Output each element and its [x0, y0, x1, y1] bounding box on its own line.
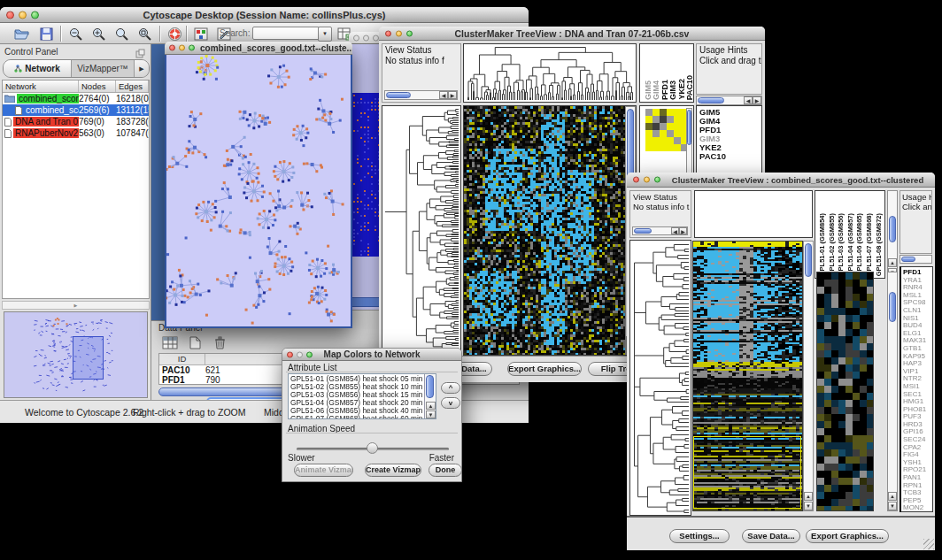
tv2-global-heatmap-canvas[interactable]	[693, 242, 802, 510]
minimize-button[interactable]	[363, 35, 369, 41]
column-label[interactable]: GPL51-03 (GSM856)	[837, 213, 845, 276]
network-table-header-cell[interactable]: Edges	[116, 81, 149, 92]
export-graphics-button[interactable]: Export Graphics...	[507, 362, 582, 376]
minimize-button[interactable]	[644, 177, 650, 183]
tv2-zoom-vscrollbar[interactable]: ▲ ▼	[887, 272, 898, 511]
tv1-similarity-matrix[interactable]	[645, 109, 688, 151]
scrollbar-thumb[interactable]	[889, 216, 896, 242]
network-view-canvas[interactable]	[166, 55, 351, 326]
network-table-header-cell[interactable]: Nodes	[79, 81, 116, 92]
scrollbar-thumb[interactable]	[698, 97, 724, 104]
overview-splitter[interactable]: ▶	[2, 301, 150, 310]
treeview1-titlebar[interactable]: ClusterMaker TreeView : DNA and Tran 07-…	[379, 27, 765, 41]
scroll-down-arrow[interactable]: ▼	[888, 502, 897, 510]
scrollbar-thumb[interactable]	[805, 243, 812, 277]
move-down-button[interactable]: v	[441, 397, 460, 409]
scrollbar-thumb[interactable]	[634, 228, 652, 234]
attribute-list-vscrollbar[interactable]: ▲ ▼	[424, 374, 436, 418]
animation-speed-slider-thumb[interactable]	[367, 442, 378, 454]
move-up-button[interactable]: ^	[441, 382, 460, 394]
matrix-cell[interactable]	[652, 109, 660, 116]
create-vizmap-button[interactable]: Create Vizmap	[365, 464, 421, 477]
animate-vizmap-button[interactable]: Animate Vizmap	[294, 464, 353, 477]
network-tree-row[interactable]: combined_scores2764(0)16218(0)	[3, 93, 149, 104]
scroll-left-arrow[interactable]: ◀	[439, 91, 448, 99]
network-overview-canvas[interactable]	[5, 313, 145, 396]
column-label[interactable]: GPL51-07 (GSM868)	[865, 213, 873, 276]
matrix-cell[interactable]	[645, 130, 652, 137]
matrix-cell[interactable]	[645, 123, 652, 130]
matrix-cell[interactable]	[667, 116, 674, 123]
column-label[interactable]: GPL51-04 (GSM857)	[846, 213, 854, 276]
vizmapper-tool-button[interactable]	[191, 26, 211, 42]
zoom-selected-button[interactable]	[112, 26, 131, 42]
resize-grip[interactable]	[923, 539, 934, 549]
minimize-button[interactable]	[179, 45, 185, 51]
column-label[interactable]: GPL51-01 (GSM854)	[818, 213, 826, 276]
attribute-list-item[interactable]: GPL51-01 (GSM854) heat shock 05 min	[289, 375, 423, 383]
close-button[interactable]	[6, 11, 14, 19]
scroll-up-arrow[interactable]: ▲	[426, 402, 436, 410]
close-button[interactable]	[385, 30, 391, 36]
matrix-cell[interactable]	[667, 137, 674, 144]
matrix-cell[interactable]	[674, 123, 681, 130]
scroll-left-arrow[interactable]: ◀	[744, 96, 753, 104]
column-label[interactable]: GIM4	[652, 81, 660, 100]
save-session-button[interactable]	[36, 26, 56, 42]
scrollbar-thumb[interactable]	[901, 257, 915, 262]
matrix-cell[interactable]	[667, 130, 674, 137]
tv2-gene-list[interactable]: PFD1YRA1RNR4MSL1SPC98CLN1NIS1BUD4ELG1MAK…	[900, 266, 933, 512]
attribute-table-header-cell[interactable]: ID	[159, 354, 205, 364]
network-table-header-cell[interactable]: Network	[3, 81, 79, 92]
tv2-column-dendrogram-panel[interactable]	[694, 190, 813, 238]
attribute-list[interactable]: GPL51-01 (GSM854) heat shock 05 minGPL51…	[288, 373, 436, 419]
matrix-cell[interactable]	[660, 109, 667, 116]
close-button[interactable]	[169, 45, 175, 51]
scroll-up-arrow[interactable]: ▲	[888, 258, 897, 267]
matrix-cell[interactable]	[652, 123, 660, 130]
tv1-column-labels[interactable]: GIM5GIM4PFD1GIM3YKE2PAC10	[639, 43, 694, 103]
column-label[interactable]: GPL51-02 (GSM855)	[828, 213, 836, 276]
tv1-status-hscrollbar[interactable]: ◀ ▶	[384, 90, 458, 100]
zoom-in-button[interactable]	[89, 26, 108, 42]
gene-label[interactable]: MON2	[903, 504, 932, 512]
matrix-cell[interactable]	[674, 109, 681, 116]
matrix-cell[interactable]	[652, 130, 660, 137]
matrix-cell[interactable]	[674, 144, 681, 151]
scroll-down-arrow[interactable]: ▼	[426, 410, 436, 418]
attribute-list-item[interactable]: GPL51-03 (GSM856) heat shock 15 min	[289, 391, 423, 399]
matrix-cell[interactable]	[667, 123, 674, 130]
tv2-global-vscrollbar[interactable]: ▲ ▼	[803, 241, 814, 511]
new-attribute-button[interactable]	[185, 334, 205, 350]
column-label[interactable]: GIM3	[668, 81, 677, 100]
search-input[interactable]	[252, 27, 320, 40]
matrix-cell[interactable]	[652, 116, 660, 123]
scroll-right-arrow[interactable]: ▶	[679, 227, 687, 234]
matrix-cell[interactable]	[645, 144, 652, 151]
scroll-up-arrow[interactable]: ▲	[804, 492, 813, 501]
map-dialog-titlebar[interactable]: Map Colors to Network	[282, 349, 461, 361]
tab-network[interactable]: Network	[4, 60, 72, 77]
scroll-left-arrow[interactable]: ◀	[671, 227, 679, 234]
matrix-cell[interactable]	[645, 109, 652, 116]
close-button[interactable]	[353, 35, 359, 41]
matrix-cell[interactable]	[645, 137, 652, 144]
column-label[interactable]: GPL51-06 (GSM865)	[855, 213, 863, 276]
tv2-status-hscrollbar[interactable]: ◀ ▶	[632, 226, 688, 235]
export-graphics-button[interactable]: Export Graphics...	[806, 529, 889, 543]
network-tree-row[interactable]: DNA and Tran 07769(0)183728(0)	[3, 116, 149, 127]
matrix-cell[interactable]	[660, 144, 667, 151]
zoom-out-button[interactable]	[66, 26, 85, 42]
tv2-labels-vscrollbar[interactable]: ▲ ▼	[887, 190, 898, 279]
scroll-right-arrow[interactable]: ▶	[753, 96, 761, 104]
scrollbar-thumb[interactable]	[687, 110, 691, 145]
zoom-button[interactable]	[189, 45, 195, 51]
tv1-heatmap-canvas[interactable]	[464, 106, 625, 355]
tab-vizmapper[interactable]: VizMapper™	[72, 60, 134, 77]
column-label[interactable]: GPL51-08 (GSM872)	[875, 213, 883, 276]
matrix-cell[interactable]	[667, 109, 674, 116]
zoom-button[interactable]	[406, 30, 413, 36]
tv2-zoom-heatmap-canvas[interactable]	[817, 272, 873, 510]
tv1-usage-hscrollbar[interactable]: ◀ ▶	[696, 96, 762, 105]
save-data-button[interactable]: Save Data...	[742, 529, 800, 543]
